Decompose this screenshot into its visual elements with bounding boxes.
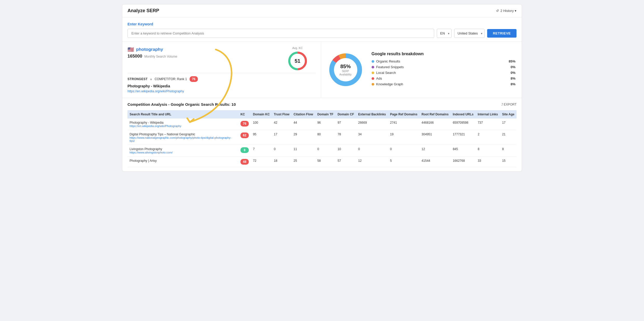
- result-url[interactable]: https://www.nationalgeographic.com/photo…: [130, 136, 236, 142]
- cell-trust-flow: 42: [272, 118, 292, 130]
- breakdown-name: Organic Results: [376, 59, 507, 63]
- cell-root-ref-domains: 41544: [419, 157, 451, 167]
- table-header-row: Search Result Title and URLKCDomain KCTr…: [128, 110, 516, 118]
- breakdown-pct: 8%: [511, 76, 515, 80]
- header: Analyze SERP ↺ 2 History ▾: [122, 4, 522, 17]
- cell-indexed-urls: 1777321: [451, 130, 475, 145]
- cell-domain-tf: 0: [315, 145, 336, 157]
- keyword-section-label: Enter Keyword: [128, 22, 516, 26]
- competition-section: Competition Analysis - Google Organic Se…: [122, 98, 522, 171]
- cell-site-age: 8: [500, 145, 516, 157]
- breakdown-pct: 85%: [509, 59, 515, 63]
- cell-page-ref-domains: 2741: [388, 118, 419, 130]
- breakdown-section: Google results breakdown Organic Results…: [372, 52, 516, 88]
- avg-kc-gauge: 51: [287, 51, 308, 71]
- table-row: Digital Photography Tips – National Geog…: [128, 130, 516, 145]
- cell-title-url: Digital Photography Tips – National Geog…: [128, 130, 238, 145]
- breakdown-item: Knowledge Graph 8%: [372, 82, 516, 86]
- cell-domain-tf: 58: [315, 157, 336, 167]
- breakdown-item: Local Search 0%: [372, 71, 516, 75]
- table-column-header: Site Age: [500, 110, 516, 118]
- competition-table: Search Result Title and URLKCDomain KCTr…: [128, 110, 516, 167]
- search-volume-number: 165000: [128, 54, 142, 59]
- cell-ext-backlinks: 12: [356, 157, 388, 167]
- result-title: Photography - Wikipedia: [130, 121, 236, 124]
- cell-ext-backlinks: 26669: [356, 118, 388, 130]
- result-url[interactable]: https://www.alivingstonphoto.com/: [130, 151, 236, 154]
- table-column-header: Page Ref Domains: [388, 110, 419, 118]
- right-panel: 85% SERP Availability Google results bre…: [321, 42, 522, 98]
- export-button[interactable]: ⤴ EXPORT: [501, 103, 516, 106]
- strongest-label: STRONGEST: [128, 77, 147, 81]
- breakdown-pct: 0%: [511, 65, 515, 69]
- breakdown-dot: [372, 83, 374, 86]
- left-panel: 🇺🇸 photography 165000 Monthly Search Vol…: [122, 42, 321, 98]
- kc-badge: 76: [240, 121, 249, 127]
- breakdown-title: Google results breakdown: [372, 52, 516, 56]
- keyword-section: Enter Keyword EN United States RETRIEVE: [122, 17, 522, 42]
- kc-badge: 48: [240, 159, 249, 165]
- breakdown-dot: [372, 77, 374, 80]
- country-select[interactable]: United States: [454, 29, 485, 38]
- breakdown-pct: 8%: [511, 82, 515, 86]
- table-row: Photography - Wikipedia https://en.wikip…: [128, 118, 516, 130]
- result-title: Photography | Artsy: [130, 159, 236, 163]
- cell-page-ref-domains: 5: [388, 157, 419, 167]
- breakdown-name: Ads: [376, 76, 509, 80]
- result-title: Livingston Photography: [130, 147, 236, 151]
- cell-citation-flow: 11: [292, 145, 315, 157]
- avg-kc-container: Avg. KC 51: [287, 46, 308, 71]
- cell-domain-tf: 96: [315, 118, 336, 130]
- table-header: Search Result Title and URLKCDomain KCTr…: [128, 110, 516, 118]
- cell-domain-kc: 7: [251, 145, 272, 157]
- cell-kc: 76: [238, 118, 251, 130]
- result-url[interactable]: https://en.wikipedia.org/wiki/Photograph…: [130, 124, 236, 128]
- cell-domain-cf: 10: [336, 145, 356, 157]
- cell-title-url: Photography | Artsy: [128, 157, 238, 167]
- cell-internal-links: 33: [475, 157, 500, 167]
- breakdown-dot: [372, 60, 374, 63]
- kc-badge: 8: [240, 147, 249, 153]
- avg-kc-label: Avg. KC: [292, 46, 303, 50]
- chevron-down-icon: ∨: [150, 78, 152, 81]
- donut-center: 85% SERP Availability: [339, 64, 352, 76]
- page-container: Analyze SERP ↺ 2 History ▾ Enter Keyword…: [122, 4, 522, 172]
- table-column-header: Internal Links: [475, 110, 500, 118]
- cell-kc: 8: [238, 145, 251, 157]
- keyword-input[interactable]: [128, 29, 434, 38]
- cell-domain-cf: 97: [336, 118, 356, 130]
- table-row: Livingston Photography https://www.alivi…: [128, 145, 516, 157]
- breakdown-items: Organic Results 85% Featured Snippets 0%…: [372, 59, 516, 86]
- cell-citation-flow: 44: [292, 118, 315, 130]
- cell-title-url: Photography - Wikipedia https://en.wikip…: [128, 118, 238, 130]
- donut-chart: 85% SERP Availability: [327, 52, 364, 88]
- cell-kc: 48: [238, 157, 251, 167]
- cell-domain-kc: 72: [251, 157, 272, 167]
- table-column-header: Root Ref Domains: [419, 110, 451, 118]
- donut-sub: SERP Availability: [339, 69, 352, 76]
- cell-page-ref-domains: 19: [388, 130, 419, 145]
- breakdown-dot: [372, 66, 374, 68]
- cell-ext-backlinks: 0: [356, 145, 388, 157]
- keyword-name: photography: [136, 47, 163, 52]
- cell-site-age: 15: [500, 157, 516, 167]
- keyword-input-row: EN United States RETRIEVE: [128, 29, 516, 38]
- cell-indexed-urls: 845: [451, 145, 475, 157]
- competition-header: Competition Analysis - Google Organic Se…: [128, 102, 516, 107]
- table-column-header: Trust Flow: [272, 110, 292, 118]
- breakdown-name: Knowledge Graph: [376, 82, 509, 86]
- cell-trust-flow: 17: [272, 130, 292, 145]
- table-column-header: Citation Flow: [292, 110, 315, 118]
- breakdown-item: Featured Snippets 0%: [372, 65, 516, 69]
- cell-citation-flow: 29: [292, 130, 315, 145]
- retrieve-button[interactable]: RETRIEVE: [487, 29, 516, 38]
- table-row: Photography | Artsy 48721825585712541544…: [128, 157, 516, 167]
- search-volume-row: 165000 Monthly Search Volume: [128, 54, 177, 59]
- competitor-row: STRONGEST ∨ COMPETITOR: Rank 1 76: [128, 76, 316, 82]
- table-column-header: Domain TF: [315, 110, 336, 118]
- cell-domain-cf: 78: [336, 130, 356, 145]
- history-button[interactable]: ↺ 2 History ▾: [496, 9, 516, 13]
- cell-domain-kc: 100: [251, 118, 272, 130]
- competitor-url[interactable]: https://en.wikipedia.org/wiki/Photograph…: [128, 89, 184, 93]
- lang-select[interactable]: EN: [437, 29, 452, 38]
